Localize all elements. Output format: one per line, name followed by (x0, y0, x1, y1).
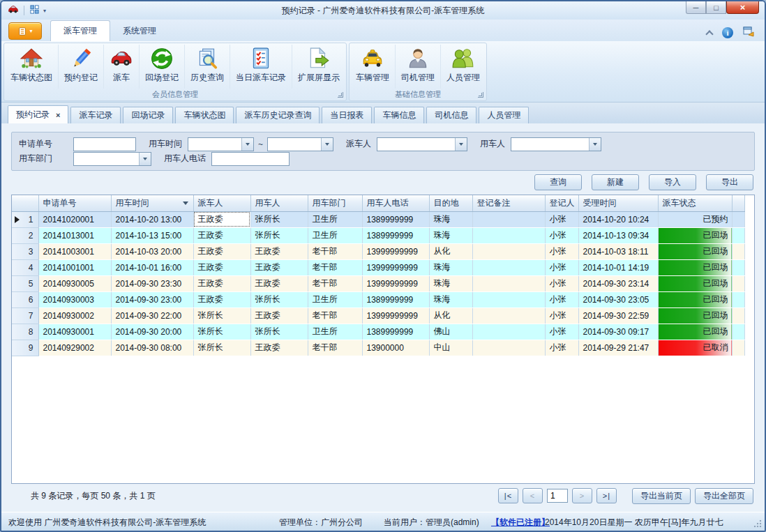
cell-use_time[interactable]: 2014-09-30 23:30 (111, 275, 193, 291)
cell-accept_time[interactable]: 2014-09-30 22:59 (578, 307, 658, 324)
cell-registrar[interactable]: 小张 (545, 307, 578, 324)
export-all-pages-button[interactable]: 导出全部页 (695, 488, 753, 504)
ribbon-button[interactable]: 司机管理 (396, 45, 441, 89)
cell-dispatcher[interactable]: 王政委 (193, 275, 250, 291)
cell-passenger[interactable]: 王政委 (250, 307, 308, 324)
table-row[interactable]: 5201409300052014-09-30 23:30王政委王政委老干部139… (12, 275, 744, 291)
cell-destination[interactable]: 珠海 (429, 227, 472, 243)
cell-registrar[interactable]: 小张 (545, 243, 578, 259)
cell-destination[interactable]: 从化 (429, 243, 472, 259)
cell-passenger[interactable]: 张所长 (250, 211, 308, 227)
doc-tab[interactable]: 派车历史记录查询 (236, 107, 320, 123)
filter-combo[interactable] (267, 137, 333, 151)
dialog-launcher-icon[interactable] (478, 92, 483, 98)
cell-passenger[interactable]: 王政委 (250, 340, 308, 356)
cell-dispatcher[interactable]: 王政委 (193, 259, 250, 275)
doc-tab[interactable]: 回场记录 (123, 107, 173, 123)
close-button[interactable]: × (726, 1, 759, 14)
cell-status[interactable]: 已回场 (658, 243, 732, 259)
cell-passenger[interactable]: 张所长 (250, 227, 308, 243)
cell-destination[interactable]: 珠海 (429, 275, 472, 291)
cell-phone[interactable]: 1389999999 (362, 227, 429, 243)
row-header[interactable]: 8 (12, 324, 38, 340)
cell-phone[interactable]: 1389999999 (362, 324, 429, 340)
cell-dispatcher[interactable]: 王政委 (193, 243, 250, 259)
cell-use_time[interactable]: 2014-10-13 15:00 (111, 227, 193, 243)
column-header[interactable]: 用车部门 (308, 195, 362, 211)
layout-grid-icon[interactable] (29, 4, 40, 17)
cell-dispatcher[interactable]: 张所长 (193, 307, 250, 324)
statusbar-registered-link[interactable]: 【软件已注册】 (491, 517, 550, 529)
cell-order_no[interactable]: 20140930001 (38, 324, 111, 340)
combo-dropdown-icon[interactable] (455, 138, 467, 151)
cell-destination[interactable]: 珠海 (429, 291, 472, 307)
combo-dropdown-icon[interactable] (139, 153, 151, 165)
cell-destination[interactable]: 佛山 (429, 324, 472, 340)
column-header[interactable]: 目的地 (429, 195, 472, 211)
filter-combo[interactable] (377, 137, 467, 151)
cell-status[interactable]: 已预约 (658, 211, 732, 227)
cell-accept_time[interactable]: 2014-10-01 14:19 (578, 259, 658, 275)
cell-accept_time[interactable]: 2014-09-29 21:47 (578, 340, 658, 356)
action-button[interactable]: 导出 (706, 174, 753, 190)
cell-status[interactable]: 已回场 (658, 227, 732, 243)
cell-order_no[interactable]: 20141001001 (38, 259, 111, 275)
cell-use_time[interactable]: 2014-09-30 20:00 (111, 324, 193, 340)
cell-passenger[interactable]: 王政委 (250, 259, 308, 275)
cell-department[interactable]: 卫生所 (308, 291, 362, 307)
doc-tab[interactable]: 车辆信息 (374, 107, 424, 123)
next-page-button[interactable]: > (572, 488, 592, 503)
row-header[interactable]: 1 (12, 211, 38, 227)
cell-dispatcher[interactable]: 张所长 (193, 324, 250, 340)
cell-registrar[interactable]: 小张 (545, 291, 578, 307)
ribbon-collapse-icon[interactable] (705, 30, 713, 38)
info-icon[interactable]: i (722, 27, 733, 38)
cell-status[interactable]: 已取消 (658, 340, 732, 356)
cell-accept_time[interactable]: 2014-10-13 09:34 (578, 227, 658, 243)
cell-use_time[interactable]: 2014-10-03 20:00 (111, 243, 193, 259)
filter-text-input[interactable] (211, 152, 290, 166)
cell-use_time[interactable]: 2014-09-30 23:00 (111, 291, 193, 307)
cell-department[interactable]: 老干部 (308, 275, 362, 291)
doc-tab[interactable]: 人员管理 (479, 107, 529, 123)
skin-style-icon[interactable] (743, 26, 755, 40)
ribbon-tab-active[interactable]: 派车管理 (50, 20, 110, 41)
cell-order_no[interactable]: 20141003001 (38, 243, 111, 259)
cell-phone[interactable]: 13999999999 (362, 259, 429, 275)
cell-order_no[interactable]: 20140930002 (38, 307, 111, 324)
cell-use_time[interactable]: 2014-09-30 08:00 (111, 340, 193, 356)
cell-accept_time[interactable]: 2014-09-30 23:05 (578, 291, 658, 307)
cell-remark[interactable] (472, 307, 545, 324)
cell-department[interactable]: 卫生所 (308, 211, 362, 227)
cell-order_no[interactable]: 20140930005 (38, 275, 111, 291)
cell-passenger[interactable]: 张所长 (250, 324, 308, 340)
cell-dispatcher[interactable]: 张所长 (193, 340, 250, 356)
row-header[interactable]: 3 (12, 243, 38, 259)
ribbon-button[interactable]: 车辆状态图 (5, 45, 59, 89)
combo-dropdown-icon[interactable] (241, 138, 253, 151)
ribbon-button[interactable]: 预约登记 (59, 45, 104, 89)
cell-department[interactable]: 老干部 (308, 259, 362, 275)
column-header[interactable]: 派车状态 (658, 195, 732, 211)
application-menu-button[interactable]: ▾ (8, 22, 42, 40)
cell-registrar[interactable]: 小张 (545, 275, 578, 291)
ribbon-button[interactable]: 派车 (104, 45, 140, 89)
filter-combo[interactable] (73, 152, 151, 166)
cell-registrar[interactable]: 小张 (545, 211, 578, 227)
quick-access-dropdown-icon[interactable]: ▾ (43, 8, 46, 14)
doc-tab[interactable]: 车辆状态图 (175, 107, 234, 123)
cell-order_no[interactable]: 20141013001 (38, 227, 111, 243)
cell-phone[interactable]: 1389999999 (362, 211, 429, 227)
cell-dispatcher[interactable]: 王政委 (193, 211, 250, 227)
cell-destination[interactable]: 珠海 (429, 211, 472, 227)
column-header[interactable]: 登记人 (545, 195, 578, 211)
cell-passenger[interactable]: 王政委 (250, 275, 308, 291)
cell-registrar[interactable]: 小张 (545, 324, 578, 340)
cell-status[interactable]: 已回场 (658, 259, 732, 275)
table-row[interactable]: 1201410200012014-10-20 13:00王政委张所长卫生所138… (12, 211, 744, 227)
table-row[interactable]: 6201409300032014-09-30 23:00王政委张所长卫生所138… (12, 291, 744, 307)
cell-destination[interactable]: 珠海 (429, 259, 472, 275)
row-header[interactable]: 2 (12, 227, 38, 243)
column-header[interactable]: 派车人 (193, 195, 250, 211)
combo-dropdown-icon[interactable] (589, 138, 601, 151)
